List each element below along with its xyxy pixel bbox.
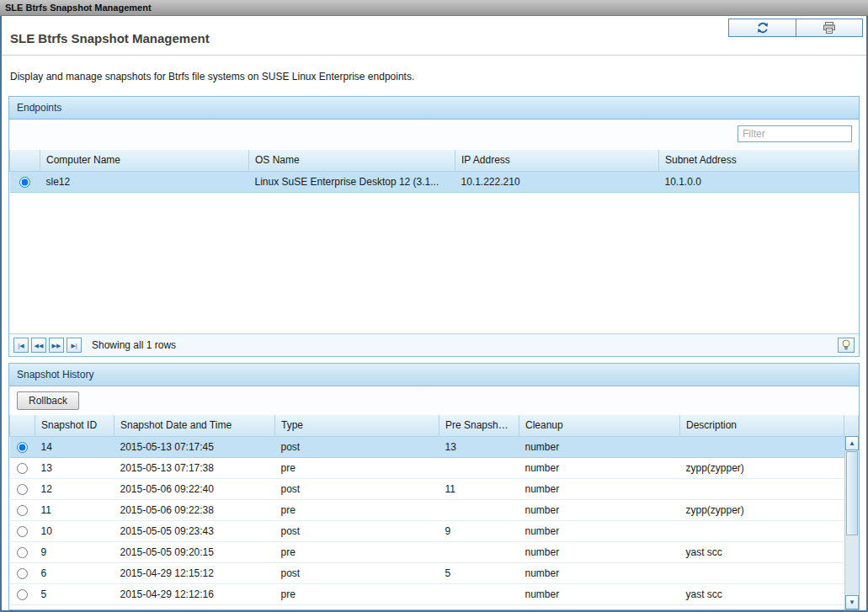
cell-pre-snapshot xyxy=(439,457,519,478)
column-header-description[interactable]: Description xyxy=(680,415,844,436)
snapshot-radio-cell xyxy=(10,541,35,562)
snapshot-radio[interactable] xyxy=(17,526,28,537)
endpoints-header-row: Computer Name OS Name IP Address Subnet … xyxy=(10,150,859,171)
endpoints-panel-title: Endpoints xyxy=(9,97,859,120)
snapshot-radio[interactable] xyxy=(17,547,28,558)
cell-description xyxy=(680,436,844,457)
prev-page-button[interactable]: ◀◀ xyxy=(31,338,46,353)
cell-type: post xyxy=(275,520,439,541)
hint-button[interactable] xyxy=(838,338,855,353)
column-header-ip-address[interactable]: IP Address xyxy=(455,150,659,171)
snapshot-radio-cell xyxy=(10,520,35,541)
column-header-snapshot-datetime[interactable]: Snapshot Date and Time xyxy=(114,415,275,436)
snapshot-radio[interactable] xyxy=(17,505,28,516)
snapshot-radio[interactable] xyxy=(17,442,28,453)
snapshot-row[interactable]: 10 2015-05-05 09:23:43 post 9 number xyxy=(10,520,859,541)
endpoints-table: Computer Name OS Name IP Address Subnet … xyxy=(9,150,859,193)
vertical-scrollbar[interactable]: ▲ ▼ xyxy=(844,436,859,609)
cell-snapshot-datetime: 2015-05-05 09:23:43 xyxy=(114,520,275,541)
cell-description: zypp(zypper) xyxy=(680,457,844,478)
snapshot-radio-cell xyxy=(10,499,35,520)
cell-snapshot-id: 13 xyxy=(35,457,114,478)
endpoints-filter-input[interactable] xyxy=(738,125,852,142)
cell-cleanup: number xyxy=(519,520,680,541)
pagination-status: Showing all 1 rows xyxy=(92,339,176,351)
column-header-subnet-address[interactable]: Subnet Address xyxy=(659,150,859,171)
last-page-button[interactable]: ▶| xyxy=(67,338,82,353)
cell-type: post xyxy=(275,478,439,499)
next-page-button[interactable]: ▶▶ xyxy=(49,338,64,353)
cell-pre-snapshot: 13 xyxy=(439,436,519,457)
cell-description: yast scc xyxy=(680,583,844,604)
column-header-snapshot-id[interactable]: Snapshot ID xyxy=(35,415,114,436)
snapshot-radio[interactable] xyxy=(17,568,28,579)
snapshot-radio-cell xyxy=(10,562,35,583)
endpoint-radio[interactable] xyxy=(19,177,30,188)
scroll-down-button[interactable]: ▼ xyxy=(845,595,859,609)
cell-pre-snapshot xyxy=(439,499,519,520)
snapshot-history-panel: Snapshot History Rollback Snapshot ID Sn… xyxy=(8,363,860,610)
endpoints-select-column-header xyxy=(10,150,40,171)
snapshot-actions-row: Rollback xyxy=(9,386,859,415)
cell-cleanup: number xyxy=(519,436,680,457)
snapshot-select-column-header xyxy=(10,415,35,436)
cell-cleanup: number xyxy=(519,562,680,583)
cell-pre-snapshot: 11 xyxy=(439,478,519,499)
endpoints-empty-area xyxy=(9,193,859,334)
endpoints-panel: Endpoints Computer Name OS Name IP Addre… xyxy=(8,96,860,357)
snapshot-row[interactable]: 13 2015-05-13 07:17:38 pre number zypp(z… xyxy=(10,457,859,478)
cell-description xyxy=(680,520,844,541)
snapshot-table: Snapshot ID Snapshot Date and Time Type … xyxy=(9,415,859,605)
cell-pre-snapshot: 5 xyxy=(439,562,519,583)
snapshot-row[interactable]: 5 2015-04-29 12:12:16 pre number yast sc… xyxy=(10,583,859,604)
snapshot-radio[interactable] xyxy=(17,463,28,474)
page-description: Display and manage snapshots for Btrfs f… xyxy=(2,56,866,96)
cell-type: post xyxy=(275,562,439,583)
cell-cleanup: number xyxy=(519,541,680,562)
cell-snapshot-id: 6 xyxy=(35,562,114,583)
window-titlebar[interactable]: SLE Btrfs Snapshot Management xyxy=(0,0,868,16)
snapshot-row[interactable]: 14 2015-05-13 07:17:45 post 13 number xyxy=(10,436,859,457)
cell-type: pre xyxy=(275,457,439,478)
snapshot-row[interactable]: 9 2015-05-05 09:20:15 pre number yast sc… xyxy=(10,541,859,562)
header-toolbar xyxy=(728,19,863,37)
column-header-pre-snapshot[interactable]: Pre Snapshot N xyxy=(439,415,519,436)
rollback-button[interactable]: Rollback xyxy=(17,391,79,410)
refresh-button[interactable] xyxy=(729,19,796,36)
window-title: SLE Btrfs Snapshot Management xyxy=(5,3,152,13)
snapshot-radio[interactable] xyxy=(17,589,28,600)
snapshot-row[interactable]: 12 2015-05-06 09:22:40 post 11 number xyxy=(10,478,859,499)
snapshot-row[interactable]: 6 2015-04-29 12:15:12 post 5 number xyxy=(10,562,859,583)
cell-type: post xyxy=(275,436,439,457)
cell-type: pre xyxy=(275,583,439,604)
cell-snapshot-id: 11 xyxy=(35,499,114,520)
cell-snapshot-id: 10 xyxy=(35,520,114,541)
column-header-os-name[interactable]: OS Name xyxy=(249,150,455,171)
cell-type: pre xyxy=(275,499,439,520)
cell-snapshot-datetime: 2015-04-29 12:15:12 xyxy=(114,562,275,583)
column-header-computer-name[interactable]: Computer Name xyxy=(40,150,249,171)
snapshot-radio-cell xyxy=(10,583,35,604)
snapshot-radio-cell xyxy=(10,478,35,499)
snapshot-radio[interactable] xyxy=(17,484,28,495)
snapshot-table-area: Snapshot ID Snapshot Date and Time Type … xyxy=(9,415,859,609)
endpoint-row[interactable]: sle12 Linux SuSE Enterprise Desktop 12 (… xyxy=(10,171,859,192)
page-title: SLE Btrfs Snapshot Management xyxy=(10,31,210,45)
cell-snapshot-datetime: 2015-05-06 09:22:40 xyxy=(114,478,275,499)
cell-snapshot-datetime: 2015-05-13 07:17:38 xyxy=(114,457,275,478)
scroll-up-button[interactable]: ▲ xyxy=(845,436,859,450)
printer-icon xyxy=(823,21,836,35)
first-page-button[interactable]: |◀ xyxy=(13,338,29,353)
cell-snapshot-datetime: 2015-05-06 09:22:38 xyxy=(114,499,275,520)
snapshot-history-panel-title: Snapshot History xyxy=(9,364,859,386)
cell-description xyxy=(680,562,844,583)
column-header-type[interactable]: Type xyxy=(275,415,439,436)
cell-snapshot-id: 12 xyxy=(35,478,114,499)
print-button[interactable] xyxy=(796,19,862,36)
cell-ip-address: 10.1.222.210 xyxy=(455,171,659,192)
cell-subnet-address: 10.1.0.0 xyxy=(659,171,859,192)
scrollbar-thumb[interactable] xyxy=(846,451,858,535)
column-header-cleanup[interactable]: Cleanup xyxy=(519,415,680,436)
app-window: SLE Btrfs Snapshot Management SLE Btrfs … xyxy=(0,0,868,612)
snapshot-row[interactable]: 11 2015-05-06 09:22:38 pre number zypp(z… xyxy=(10,499,859,520)
